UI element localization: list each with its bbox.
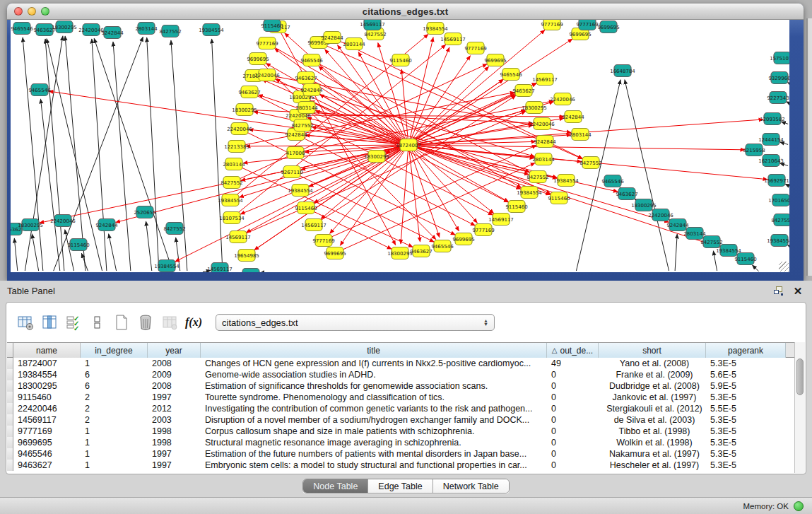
table-cell: 5.3E-5 [706,449,786,459]
graph-edge [14,238,18,271]
minimize-window-icon[interactable] [28,7,36,16]
table-cell: Estimation of significance thresholds fo… [201,381,547,391]
table-cell: 0 [547,392,599,402]
table-cell: 5.9E-5 [706,381,786,391]
table-source-value: citations_edges.txt [222,317,483,328]
table-cell: 1 [81,358,148,368]
graph-node-label: 18300295 [52,25,77,30]
table-cell: 1 [81,438,148,448]
graph-edge [246,145,407,146]
row-header-gutter [7,448,13,460]
float-panel-icon[interactable] [771,284,785,297]
column-header-name[interactable]: name [13,343,81,358]
graph-edge [752,265,758,271]
tab-node-table[interactable]: Node Table [303,479,368,493]
table-cell: 2012 [148,404,201,414]
table-row[interactable]: 2242004622012Investigating the contribut… [7,403,794,414]
table-cell: 1 [81,426,148,436]
graph-node-label: 22420046 [550,97,575,103]
close-window-icon[interactable] [14,7,23,16]
maximize-window-icon[interactable] [41,7,49,16]
table-cell: 5.3E-5 [706,460,786,470]
table-row[interactable]: 969969511998Structural magnetic resonanc… [7,437,794,448]
graph-node-label: 9242844 [666,223,689,228]
status-bar: Memory: OK [0,497,812,514]
graph-node-label: 19384554 [218,198,243,204]
column-header-title[interactable]: title [201,343,547,358]
tab-edge-table[interactable]: Edge Table [368,479,433,493]
table-source-select[interactable]: citations_edges.txt ▲▼ [216,314,495,331]
row-header-gutter [7,414,13,426]
scrollbar-thumb[interactable] [796,358,804,395]
delete-table-icon[interactable] [134,310,158,334]
column-header-year[interactable]: year [148,343,201,358]
tab-network-table[interactable]: Network Table [433,479,509,493]
graph-node-label: 14569117 [360,22,385,28]
window-titlebar[interactable]: citations_edges.txt [7,4,804,20]
column-header-in_degree[interactable]: in_degree [81,343,148,358]
graph-node-label: 9463627 [238,90,260,95]
graph-edge [54,37,143,271]
graph-node-label: 19384554 [517,190,542,196]
column-header-out_de[interactable]: △out_de... [547,343,599,358]
row-height-icon[interactable] [86,310,110,334]
graph-node-label: 9115460 [548,196,570,201]
memory-status-icon[interactable] [794,501,804,511]
table-row[interactable]: 1938455462009Genome-wide association stu… [7,369,794,380]
table-options-icon[interactable] [13,310,37,334]
graph-node-label: 9463627 [410,249,432,255]
table-cell: Embryonic stem cells: a model to study s… [201,460,547,470]
graph-node-label: 18300295 [631,203,657,209]
table-cell: Estimation of the future numbers of pati… [201,449,547,459]
graph-node-label: 2803144 [532,157,555,163]
table-cell: 2008 [148,381,201,391]
close-panel-icon[interactable]: ✕ [791,284,805,297]
table-row[interactable]: 1456911722003Disruption of a novel membe… [7,414,794,426]
table-row[interactable]: 946362711997Embryonic stem cells: a mode… [7,460,794,471]
graph-node-label: 19654985 [234,253,259,259]
table-cell: Changes of HCN gene expression and I(f) … [201,358,547,368]
table-row[interactable]: 946554611997Estimation of the future num… [7,448,794,460]
graph-node-label: 9115460 [389,58,411,64]
vertical-scrollbar[interactable] [794,342,805,473]
column-header-pagerank[interactable]: pagerank [706,343,786,358]
table-cell: Jankovic et al. (1997) [599,392,706,402]
row-header-gutter [7,426,13,437]
column-header-short[interactable]: short [599,343,706,358]
table-cell: 1 [81,460,148,470]
network-canvas[interactable]: 1872400718300295145691179777169969969527… [11,20,789,272]
table-cell: 0 [547,404,599,414]
table-row[interactable]: 911546021997Tourette syndrome. Phenomeno… [7,392,794,403]
graph-edge [171,40,187,271]
network-view-window[interactable]: citations_edges.txt 18724007183002951456… [7,4,804,281]
canvas-resize-grip[interactable] [779,262,789,271]
table-cell: 5.3E-5 [706,392,786,402]
graph-node-label: 8427552 [771,218,789,223]
table-cell: 6 [81,370,148,380]
table-cell: 2008 [148,358,201,368]
graph-node-label: 22420046 [50,218,76,224]
table-cell: 9699695 [13,438,81,448]
table-cell: 18300295 [13,381,81,391]
select-rows-icon[interactable]: ✓ ✓ ✓ [61,310,86,334]
graph-edge [258,95,407,144]
graph-node-label: 22420046 [529,122,555,127]
function-builder-icon[interactable]: f(x) [182,310,206,334]
memory-status-label: Memory: OK [743,502,789,510]
table-row[interactable]: 1872400712008Changes of HCN gene express… [7,358,794,369]
graph-edge [409,47,449,144]
graph-node-label: 9242844 [321,35,343,41]
graph-node-label: 14569117 [207,267,233,272]
graph-edge [25,36,63,271]
combo-arrows-icon: ▲▼ [483,319,488,326]
graph-node-label: 2803144 [295,105,318,111]
graph-node-label: 8427552 [291,123,313,129]
show-columns-icon[interactable] [37,310,61,334]
table-cell: 2009 [148,370,201,380]
table-row[interactable]: 977716911998Corpus callosum shape and si… [7,426,794,437]
graph-node-label: 9115460 [734,257,756,262]
create-table-icon[interactable] [110,310,134,334]
table-row[interactable]: 1830029562008Estimation of significance … [7,380,794,392]
graph-node-label: 8215958 [743,148,765,153]
graph-node-label: 9242844 [285,132,307,138]
